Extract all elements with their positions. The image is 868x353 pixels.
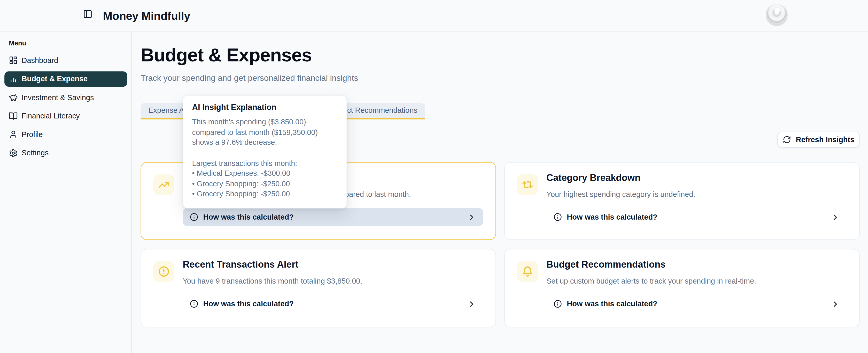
user-icon xyxy=(9,130,18,139)
app-root: Money Mindfully Menu Dashboard Budget & … xyxy=(0,0,868,353)
sidebar-section-label: Menu xyxy=(9,39,26,47)
card-title: Budget Recommendations xyxy=(547,259,665,271)
tooltip-transaction-item: Grocery Shopping: -$250.00 xyxy=(192,189,338,200)
chevron-right-icon xyxy=(831,299,840,308)
refresh-insights-button[interactable]: Refresh Insights xyxy=(777,132,860,148)
insight-card-category-breakdown: Category Breakdown Your highest spending… xyxy=(504,162,860,240)
piggy-bank-icon xyxy=(9,93,18,102)
card-description: You have 9 transactions this month total… xyxy=(183,276,362,287)
avatar[interactable] xyxy=(766,4,788,26)
sidebar-item-dashboard[interactable]: Dashboard xyxy=(4,52,127,68)
how-calculated-button[interactable]: How was this calculated? xyxy=(183,295,483,313)
chevron-right-icon xyxy=(467,299,476,308)
how-calculated-label: How was this calculated? xyxy=(567,299,657,308)
how-calculated-button[interactable]: How was this calculated? xyxy=(183,208,483,226)
insight-card-recent-transactions: Recent Transactions Alert You have 9 tra… xyxy=(141,249,496,327)
card-description: Set up custom budget alerts to track you… xyxy=(547,276,756,287)
card-description: Your highest spending category is undefi… xyxy=(547,190,695,200)
sidebar-item-financial-literacy[interactable]: Financial Literacy xyxy=(4,108,127,123)
sidebar-item-investment-savings[interactable]: Investment & Savings xyxy=(4,90,127,105)
info-icon xyxy=(190,213,198,221)
app-title: Money Mindfully xyxy=(103,0,190,32)
how-calculated-button[interactable]: How was this calculated? xyxy=(547,295,847,313)
ai-insight-tooltip: AI Insight Explanation This month's spen… xyxy=(183,95,347,209)
tooltip-body: This month's spending ($3,850.00) compar… xyxy=(192,117,338,148)
alert-circle-icon xyxy=(153,261,175,282)
info-icon xyxy=(554,299,562,308)
dashboard-icon xyxy=(9,56,18,65)
trending-up-icon xyxy=(153,174,175,195)
sidebar-item-label: Settings xyxy=(22,149,49,157)
bell-icon xyxy=(517,261,538,282)
tooltip-transactions-heading: Largest transactions this month: xyxy=(192,158,338,169)
chevron-right-icon xyxy=(831,213,840,221)
sidebar-toggle-icon[interactable] xyxy=(83,9,92,19)
page-title: Budget & Expenses xyxy=(141,44,312,66)
sidebar-item-label: Dashboard xyxy=(22,56,58,65)
refresh-icon xyxy=(782,136,791,144)
card-title: Category Breakdown xyxy=(547,172,641,184)
sidebar-nav: Dashboard Budget & Expense Investment & … xyxy=(4,52,127,164)
bar-chart-icon xyxy=(9,74,18,83)
how-calculated-label: How was this calculated? xyxy=(203,213,293,221)
sidebar-item-label: Financial Literacy xyxy=(22,112,80,120)
chevron-right-icon xyxy=(467,213,476,221)
info-icon xyxy=(190,299,198,308)
sidebar-item-profile[interactable]: Profile xyxy=(4,127,127,142)
tooltip-transaction-item: Medical Expenses: -$300.00 xyxy=(192,169,338,179)
repeat-icon xyxy=(517,174,538,195)
sidebar-item-settings[interactable]: Settings xyxy=(4,145,127,161)
gear-icon xyxy=(9,148,18,157)
sidebar-item-budget-expense[interactable]: Budget & Expense xyxy=(4,71,127,86)
card-title: Recent Transactions Alert xyxy=(183,259,299,271)
sidebar-item-label: Investment & Savings xyxy=(22,93,94,101)
refresh-insights-label: Refresh Insights xyxy=(796,136,855,144)
how-calculated-label: How was this calculated? xyxy=(567,213,657,221)
tooltip-title: AI Insight Explanation xyxy=(192,103,338,112)
sidebar: Menu Dashboard Budget & Expense Investme… xyxy=(0,32,132,353)
page-subtitle: Track your spending and get personalized… xyxy=(141,73,358,82)
tooltip-transaction-item: Grocery Shopping: -$250.00 xyxy=(192,179,338,189)
sidebar-item-label: Budget & Expense xyxy=(22,75,88,83)
how-calculated-button[interactable]: How was this calculated? xyxy=(547,208,847,226)
book-open-icon xyxy=(9,111,18,120)
how-calculated-label: How was this calculated? xyxy=(203,299,293,308)
info-icon xyxy=(554,213,562,221)
app-header: Money Mindfully xyxy=(0,0,868,32)
sidebar-item-label: Profile xyxy=(22,130,43,139)
insight-card-budget-recommendations: Budget Recommendations Set up custom bud… xyxy=(504,249,860,327)
